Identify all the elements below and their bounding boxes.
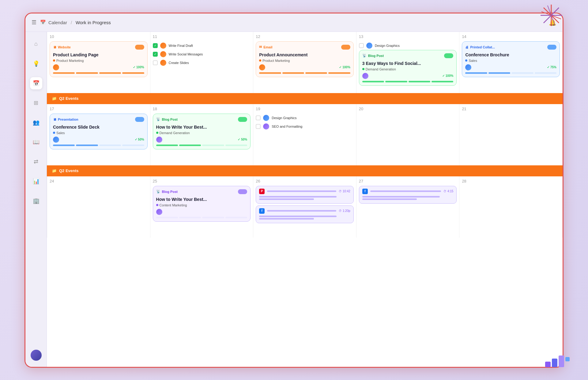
progress-segment xyxy=(409,81,430,82)
sidebar-item-ideas[interactable]: 💡 xyxy=(30,58,42,70)
card-type-blog: 📡 Blog Post xyxy=(362,54,384,58)
card-type-blog: 📡 Blog Post xyxy=(156,117,178,121)
card-subtitle: Sales xyxy=(465,59,556,62)
progress-segment xyxy=(99,145,121,146)
social-post-facebook-27[interactable]: f ⏱ 4:15 xyxy=(359,186,457,204)
card-footer: ✓ 75% xyxy=(465,64,556,70)
day-17: 17 🖥 Presentation Conference Slide Deck xyxy=(47,104,150,165)
progress-segment xyxy=(511,72,533,74)
event-banner-icon: 📁 xyxy=(52,96,57,101)
clock-icon: ⏱ xyxy=(443,190,447,193)
sidebar-item-shuffle[interactable]: ⇄ xyxy=(30,156,42,168)
post-bar xyxy=(267,210,336,212)
task-checkbox[interactable] xyxy=(153,60,158,65)
day-number-19: 19 xyxy=(256,107,354,111)
card-footer: ✓ 100% xyxy=(53,64,144,70)
card-blog-post-content[interactable]: 📡 Blog Post How to Write Your Best... Co… xyxy=(153,186,251,222)
card-title: Product Landing Page xyxy=(53,52,144,58)
task-avatar xyxy=(366,43,372,49)
card-blog-post-social[interactable]: 📡 Blog Post 3 Easy Ways to Find Social..… xyxy=(359,50,457,86)
card-type-label: Blog Post xyxy=(162,118,178,121)
svg-rect-8 xyxy=(559,356,564,367)
task-design-graphics[interactable]: Design Graphics xyxy=(359,41,457,50)
facebook-icon: f xyxy=(259,208,265,214)
breadcrumb-separator: / xyxy=(71,20,72,25)
post-content-bar xyxy=(259,216,337,217)
svg-rect-6 xyxy=(545,362,551,367)
social-post-facebook-26[interactable]: f ⏱ 1:20p xyxy=(256,205,354,223)
progress-text: ✓ 50% xyxy=(238,138,247,141)
card-toggle[interactable] xyxy=(238,189,247,194)
card-product-announcement[interactable]: ✉ Email Product Announcement Product Mar… xyxy=(256,41,354,77)
task-design-graphics-19[interactable]: Design Graphics xyxy=(256,114,354,122)
task-seo-formatting[interactable]: SEO and Formatting xyxy=(256,122,354,131)
avatar[interactable] xyxy=(31,350,42,361)
breadcrumb-current: Work in Progress xyxy=(76,20,111,25)
progress-segment xyxy=(122,145,144,146)
progress-segment xyxy=(179,145,201,146)
card-type-label: Blog Post xyxy=(162,190,178,194)
task-checkbox[interactable] xyxy=(256,124,261,129)
dot-icon xyxy=(362,68,364,70)
card-type-presentation: 🖥 Presentation xyxy=(53,118,78,121)
progress-segment xyxy=(432,81,453,82)
progress-segment xyxy=(362,81,384,82)
sidebar-item-analytics[interactable]: 📊 xyxy=(30,175,42,187)
progress-segment xyxy=(179,217,201,218)
task-write-social-messages[interactable]: ✓ Write Social Messages xyxy=(153,50,251,58)
progress-segment xyxy=(122,72,144,74)
calendar-area: 10 🖥 Website Product Landing Page xyxy=(47,32,563,367)
progress-text: ✓ 100% xyxy=(339,66,350,69)
card-toggle[interactable] xyxy=(341,45,350,50)
progress-bar xyxy=(53,145,144,146)
sidebar-item-table[interactable]: ⊞ xyxy=(30,97,42,109)
task-avatar xyxy=(263,115,269,121)
progress-bar xyxy=(156,145,247,146)
card-toggle[interactable] xyxy=(135,117,144,122)
card-toggle[interactable] xyxy=(135,45,144,50)
assignee-avatar-anna xyxy=(156,209,162,215)
task-checkbox[interactable]: ✓ xyxy=(153,52,158,57)
card-type-label: Website xyxy=(58,45,71,49)
progress-text: ✓ 50% xyxy=(135,138,144,141)
card-conference-slide-deck[interactable]: 🖥 Presentation Conference Slide Deck Sal… xyxy=(50,114,148,149)
task-checkbox[interactable] xyxy=(359,43,364,48)
sidebar-item-home[interactable]: ⌂ xyxy=(30,38,42,50)
app-window: ☰ 📅 Calendar / Work in Progress 🔔 ⌂ 💡 📅 … xyxy=(24,13,564,368)
progress-segment xyxy=(53,72,75,74)
event-banner-q2-events-2: 📁 Q2 Events xyxy=(47,165,563,176)
task-checkbox[interactable] xyxy=(256,115,261,120)
assignee-avatar-anna xyxy=(362,73,368,79)
card-toggle[interactable] xyxy=(444,53,453,58)
menu-icon[interactable]: ☰ xyxy=(32,19,36,26)
progress-segment xyxy=(259,72,281,74)
sidebar-item-book[interactable]: 📖 xyxy=(30,136,42,148)
card-title: How to Write Your Best... xyxy=(156,197,247,202)
sidebar-item-calendar[interactable]: 📅 xyxy=(30,77,42,89)
task-create-slides[interactable]: Create Slides xyxy=(153,58,251,67)
progress-segment xyxy=(202,145,224,146)
dot-icon xyxy=(53,132,55,134)
task-checkbox[interactable]: ✓ xyxy=(153,43,158,48)
day-number-13: 13 xyxy=(359,34,457,39)
task-write-final-draft[interactable]: ✓ Write Final Draft xyxy=(153,41,251,50)
card-blog-post-write-best[interactable]: 📡 Blog Post How to Write Your Best... De… xyxy=(153,114,251,149)
task-avatar xyxy=(160,51,166,57)
sidebar-item-people[interactable]: 👥 xyxy=(30,116,42,129)
card-type-email: ✉ Email xyxy=(259,45,272,49)
task-label: Create Slides xyxy=(169,61,189,65)
day-27: 27 f ⏱ 4:15 xyxy=(356,176,460,238)
card-conference-brochure[interactable]: 🖨 Printed Collat... Conference Brochure … xyxy=(462,41,560,77)
post-time: ⏱ 1:20p xyxy=(339,209,350,213)
sidebar-item-organization[interactable]: 🏢 xyxy=(30,195,42,207)
app-logo xyxy=(545,352,570,371)
card-toggle[interactable] xyxy=(547,45,556,50)
social-post-pinterest[interactable]: P ⏱ 10:42 xyxy=(256,186,354,204)
card-type-website: 🖥 Website xyxy=(53,45,71,49)
progress-segment xyxy=(202,217,224,218)
event-banner-q2-events-1: 📁 Q2 Events xyxy=(47,93,563,104)
assignee-avatar-gary xyxy=(53,137,59,143)
card-toggle[interactable] xyxy=(238,117,247,122)
card-product-landing-page[interactable]: 🖥 Website Product Landing Page Product M… xyxy=(50,41,148,77)
day-11: 11 ✓ Write Final Draft ✓ Write Social Me… xyxy=(150,32,254,93)
